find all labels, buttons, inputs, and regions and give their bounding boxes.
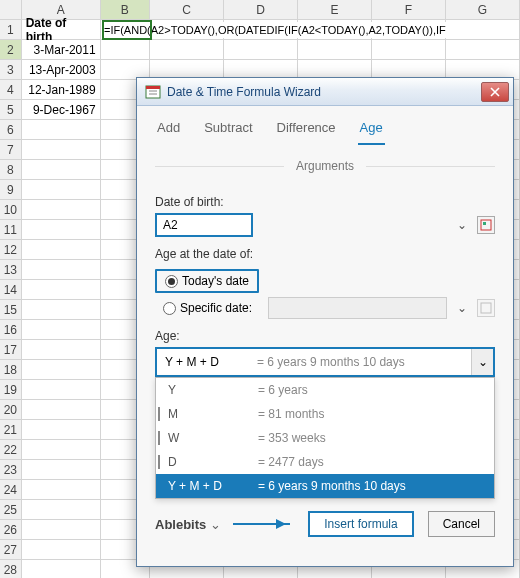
row-header[interactable]: 19 bbox=[0, 380, 22, 400]
wizard-icon bbox=[145, 84, 161, 100]
row-header[interactable]: 11 bbox=[0, 220, 22, 240]
tab-add[interactable]: Add bbox=[155, 116, 182, 145]
arguments-separator: Arguments bbox=[155, 159, 495, 173]
cell[interactable] bbox=[22, 340, 101, 360]
cell[interactable] bbox=[150, 40, 224, 60]
row-header[interactable]: 12 bbox=[0, 240, 22, 260]
radio-unchecked-icon bbox=[163, 302, 176, 315]
col-header-C[interactable]: C bbox=[150, 0, 224, 20]
col-header-D[interactable]: D bbox=[224, 0, 298, 20]
radio-today[interactable]: Today's date bbox=[155, 269, 259, 293]
radio-specific-date[interactable]: Specific date: bbox=[155, 298, 260, 318]
col-header-E[interactable]: E bbox=[298, 0, 372, 20]
tab-subtract[interactable]: Subtract bbox=[202, 116, 254, 145]
cell[interactable] bbox=[22, 300, 101, 320]
row-header[interactable]: 24 bbox=[0, 480, 22, 500]
option-m[interactable]: M= 81 months bbox=[156, 402, 494, 426]
row-header[interactable]: 5 bbox=[0, 100, 22, 120]
range-picker-button-disabled bbox=[477, 299, 495, 317]
cell[interactable] bbox=[22, 240, 101, 260]
cell[interactable] bbox=[101, 40, 150, 60]
col-header-B[interactable]: B bbox=[101, 0, 150, 20]
row-header[interactable]: 14 bbox=[0, 280, 22, 300]
close-button[interactable] bbox=[481, 82, 509, 102]
cancel-button[interactable]: Cancel bbox=[428, 511, 495, 537]
row-header[interactable]: 13 bbox=[0, 260, 22, 280]
row-header[interactable]: 10 bbox=[0, 200, 22, 220]
dialog-titlebar[interactable]: Date & Time Formula Wizard bbox=[137, 78, 513, 106]
cell[interactable] bbox=[22, 420, 101, 440]
row-header[interactable]: 20 bbox=[0, 400, 22, 420]
col-header-G[interactable]: G bbox=[446, 0, 520, 20]
row-header[interactable]: 7 bbox=[0, 140, 22, 160]
cell[interactable] bbox=[22, 540, 101, 560]
cell[interactable] bbox=[22, 400, 101, 420]
option-ymd[interactable]: Y + M + D= 6 years 9 months 10 days bbox=[156, 474, 494, 498]
brand-label[interactable]: Ablebits ⌄ bbox=[155, 517, 221, 532]
tab-age[interactable]: Age bbox=[358, 116, 385, 145]
cell[interactable] bbox=[22, 180, 101, 200]
age-format-dropdown: Y= 6 years M= 81 months W= 353 weeks D= … bbox=[155, 377, 495, 499]
row-header[interactable]: 15 bbox=[0, 300, 22, 320]
row-header[interactable]: 8 bbox=[0, 160, 22, 180]
cell[interactable] bbox=[22, 380, 101, 400]
cell[interactable] bbox=[22, 360, 101, 380]
tab-difference[interactable]: Difference bbox=[275, 116, 338, 145]
row-header[interactable]: 26 bbox=[0, 520, 22, 540]
cell[interactable] bbox=[22, 320, 101, 340]
cell-formula-display[interactable]: =IF(AND(A2>TODAY(),OR(DATEDIF(IF(A2<TODA… bbox=[104, 22, 514, 38]
option-d[interactable]: D= 2477 days bbox=[156, 450, 494, 474]
cell[interactable] bbox=[22, 280, 101, 300]
cell[interactable]: 13-Apr-2003 bbox=[22, 60, 101, 80]
chevron-down-icon[interactable]: ⌄ bbox=[471, 349, 493, 375]
cell[interactable] bbox=[22, 140, 101, 160]
cell[interactable] bbox=[22, 560, 101, 578]
date-time-wizard-dialog: Date & Time Formula Wizard Add Subtract … bbox=[136, 77, 514, 567]
cell[interactable] bbox=[22, 440, 101, 460]
radio-checked-icon bbox=[165, 275, 178, 288]
cell[interactable] bbox=[22, 120, 101, 140]
row-header[interactable]: 18 bbox=[0, 360, 22, 380]
cell[interactable] bbox=[22, 520, 101, 540]
row-header[interactable]: 27 bbox=[0, 540, 22, 560]
option-y[interactable]: Y= 6 years bbox=[156, 378, 494, 402]
row-header[interactable]: 22 bbox=[0, 440, 22, 460]
row-header[interactable]: 9 bbox=[0, 180, 22, 200]
insert-formula-button[interactable]: Insert formula bbox=[308, 511, 413, 537]
row-header[interactable]: 16 bbox=[0, 320, 22, 340]
row-header[interactable]: 21 bbox=[0, 420, 22, 440]
dialog-title: Date & Time Formula Wizard bbox=[167, 85, 481, 99]
row-header[interactable]: 2 bbox=[0, 40, 22, 60]
cell[interactable] bbox=[298, 40, 372, 60]
cell[interactable] bbox=[22, 200, 101, 220]
cell[interactable] bbox=[372, 40, 446, 60]
specific-date-input bbox=[268, 297, 447, 319]
row-header[interactable]: 1 bbox=[0, 20, 22, 40]
age-format-combo[interactable]: Y + M + D = 6 years 9 months 10 days ⌄ bbox=[155, 347, 495, 377]
chevron-down-icon[interactable]: ⌄ bbox=[455, 218, 469, 232]
row-header[interactable]: 3 bbox=[0, 60, 22, 80]
cell[interactable]: 3-Mar-2011 bbox=[22, 40, 101, 60]
row-header[interactable]: 25 bbox=[0, 500, 22, 520]
cell[interactable] bbox=[22, 460, 101, 480]
row-header[interactable]: 4 bbox=[0, 80, 22, 100]
col-header-F[interactable]: F bbox=[372, 0, 446, 20]
dob-input[interactable] bbox=[155, 213, 253, 237]
cell[interactable] bbox=[22, 160, 101, 180]
select-all-corner[interactable] bbox=[0, 0, 22, 20]
cell[interactable]: 12-Jan-1989 bbox=[22, 80, 101, 100]
cell[interactable] bbox=[22, 500, 101, 520]
row-header[interactable]: 28 bbox=[0, 560, 22, 578]
cell[interactable] bbox=[22, 260, 101, 280]
row-header[interactable]: 23 bbox=[0, 460, 22, 480]
cell[interactable]: 9-Dec-1967 bbox=[22, 100, 101, 120]
cell[interactable] bbox=[446, 40, 520, 60]
range-picker-button[interactable] bbox=[477, 216, 495, 234]
cell[interactable] bbox=[224, 40, 298, 60]
cell[interactable] bbox=[22, 220, 101, 240]
cell[interactable]: Date of birth bbox=[22, 20, 101, 40]
row-header[interactable]: 17 bbox=[0, 340, 22, 360]
option-w[interactable]: W= 353 weeks bbox=[156, 426, 494, 450]
row-header[interactable]: 6 bbox=[0, 120, 22, 140]
cell[interactable] bbox=[22, 480, 101, 500]
